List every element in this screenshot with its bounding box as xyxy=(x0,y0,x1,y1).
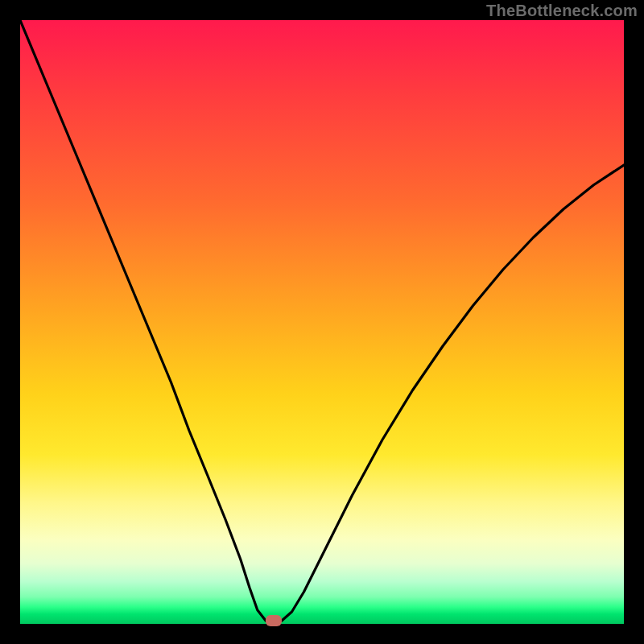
chart-frame: TheBottleneck.com xyxy=(0,0,644,644)
bottleneck-curve xyxy=(20,20,624,624)
plot-area xyxy=(20,20,624,624)
watermark-text: TheBottleneck.com xyxy=(486,2,638,20)
minimum-marker xyxy=(266,615,282,626)
